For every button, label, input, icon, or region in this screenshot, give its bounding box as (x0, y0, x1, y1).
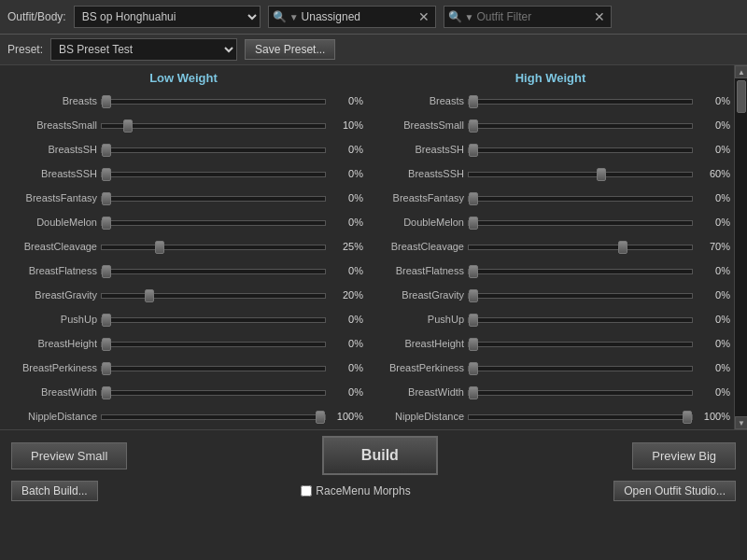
slider-value: 10% (330, 119, 363, 131)
slider-input[interactable] (101, 172, 326, 177)
preset-bar: Preset: BS Preset Test Save Preset... (0, 35, 747, 65)
filter-search-icon: 🔍 (448, 10, 462, 23)
slider-label: BreastPerkiness (4, 362, 97, 373)
slider-input[interactable] (468, 293, 693, 299)
table-row: BreastsSSH60% (371, 161, 730, 186)
slider-input[interactable] (468, 245, 693, 250)
slider-value: 0% (697, 119, 730, 131)
slider-value: 0% (697, 217, 730, 228)
slider-input[interactable] (468, 123, 693, 129)
slider-value: 25% (330, 241, 363, 252)
slider-value: 0% (330, 386, 363, 398)
unassigned-clear-button[interactable]: ✕ (416, 10, 431, 23)
table-row: BreastCleavage70% (371, 234, 730, 259)
slider-input[interactable] (101, 123, 326, 129)
slider-value: 0% (330, 95, 363, 106)
slider-input[interactable] (101, 390, 326, 396)
slider-input[interactable] (468, 414, 693, 420)
slider-input[interactable] (101, 366, 326, 371)
slider-input[interactable] (101, 147, 326, 153)
right-sliders: Breasts0%BreastsSmall0%BreastsSH0%Breast… (371, 89, 730, 428)
slider-input[interactable] (468, 366, 693, 371)
preview-big-button[interactable]: Preview Big (632, 442, 736, 469)
table-row: BreastFlatness0% (4, 259, 363, 283)
slider-value: 0% (697, 265, 730, 276)
low-weight-column: Low Weight Breasts0%BreastsSmall10%Breas… (0, 65, 367, 429)
slider-label: BreastCleavage (371, 241, 464, 252)
table-row: BreastHeight0% (371, 331, 730, 356)
slider-input[interactable] (101, 196, 326, 202)
high-weight-header: High Weight (371, 65, 730, 89)
table-row: BreastsFantasy0% (4, 186, 363, 210)
slider-value: 0% (330, 265, 363, 276)
table-row: Breasts0% (371, 89, 730, 113)
slider-input[interactable] (468, 172, 693, 177)
scrollbar[interactable]: ▲ ▼ (734, 65, 747, 429)
outfit-filter-clear-button[interactable]: ✕ (592, 10, 607, 23)
scroll-down-button[interactable]: ▼ (735, 416, 747, 429)
open-outfit-studio-button[interactable]: Open Outfit Studio... (613, 481, 736, 501)
slider-label: BreastsFantasy (4, 192, 97, 203)
slider-input[interactable] (468, 390, 693, 396)
slider-label: BreastGravity (4, 289, 97, 301)
outfit-select[interactable]: BS op Honghuahui (74, 6, 261, 28)
table-row: Breasts0% (4, 89, 363, 113)
build-button[interactable]: Build (322, 436, 438, 475)
slider-input[interactable] (101, 99, 326, 105)
slider-input[interactable] (468, 196, 693, 202)
slider-label: BreastPerkiness (371, 362, 464, 373)
slider-label: BreastHeight (4, 338, 97, 349)
slider-label: PushUp (371, 314, 464, 325)
preset-select[interactable]: BS Preset Test (50, 38, 237, 61)
slider-input[interactable] (101, 342, 326, 347)
table-row: BreastFlatness0% (371, 259, 730, 283)
table-row: BreastPerkiness0% (371, 356, 730, 380)
table-row: BreastsSmall0% (371, 113, 730, 137)
slider-input[interactable] (468, 99, 693, 105)
slider-input[interactable] (468, 220, 693, 226)
racemenu-morphs-checkbox[interactable] (301, 485, 312, 497)
slider-input[interactable] (101, 293, 326, 299)
scroll-thumb[interactable] (737, 80, 746, 113)
table-row: BreastHeight0% (4, 331, 363, 356)
slider-input[interactable] (468, 269, 693, 274)
slider-input[interactable] (468, 342, 693, 347)
outfit-filter-input[interactable] (477, 10, 589, 23)
slider-input[interactable] (101, 269, 326, 274)
slider-value: 0% (697, 314, 730, 325)
table-row: BreastPerkiness0% (4, 356, 363, 380)
batch-build-button[interactable]: Batch Build... (11, 481, 98, 501)
table-row: PushUp0% (4, 307, 363, 331)
outfit-filter-search: 🔍 ▼ ✕ (444, 6, 612, 28)
slider-label: BreastFlatness (371, 265, 464, 276)
table-row: BreastCleavage25% (4, 234, 363, 259)
slider-input[interactable] (101, 317, 326, 323)
slider-input[interactable] (468, 317, 693, 323)
slider-value: 0% (697, 338, 730, 349)
unassigned-input[interactable] (302, 10, 414, 23)
table-row: BreastsSH0% (371, 137, 730, 161)
slider-label: BreastFlatness (4, 265, 97, 276)
slider-label: BreastsSmall (4, 119, 97, 131)
slider-value: 0% (330, 338, 363, 349)
table-row: DoubleMelon0% (371, 210, 730, 234)
unassigned-search: 🔍 ▼ ✕ (268, 6, 436, 28)
slider-label: NippleDistance (4, 411, 97, 422)
racemenu-morphs-row: RaceMenu Morphs (301, 484, 410, 497)
slider-input[interactable] (101, 414, 326, 420)
slider-value: 0% (697, 289, 730, 301)
slider-input[interactable] (101, 245, 326, 250)
save-preset-button[interactable]: Save Preset... (245, 39, 335, 60)
slider-label: BreastWidth (371, 386, 464, 398)
outfit-label: Outfit/Body: (7, 10, 66, 23)
slider-value: 0% (330, 314, 363, 325)
preview-small-button[interactable]: Preview Small (11, 442, 127, 469)
slider-label: DoubleMelon (371, 217, 464, 228)
slider-input[interactable] (101, 220, 326, 226)
slider-value: 100% (697, 411, 730, 422)
slider-label: BreastCleavage (4, 241, 97, 252)
table-row: DoubleMelon0% (4, 210, 363, 234)
scroll-up-button[interactable]: ▲ (735, 65, 747, 78)
table-row: BreastsSSH0% (4, 161, 363, 186)
slider-input[interactable] (468, 147, 693, 153)
